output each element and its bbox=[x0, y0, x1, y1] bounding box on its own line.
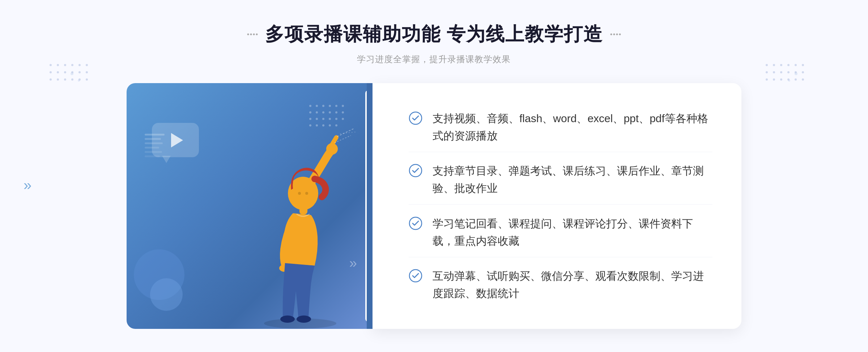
check-icon-4 bbox=[409, 269, 422, 283]
illus-chevron: » bbox=[349, 256, 353, 271]
svg-point-33 bbox=[787, 78, 790, 81]
svg-point-6 bbox=[50, 71, 52, 73]
play-triangle bbox=[171, 133, 183, 147]
svg-point-80 bbox=[409, 164, 422, 177]
feature-text-1: 支持视频、音频、flash、word、excel、ppt、pdf等各种格式的资源… bbox=[433, 110, 712, 145]
svg-point-47 bbox=[329, 105, 331, 107]
svg-point-71 bbox=[297, 315, 311, 323]
svg-point-41 bbox=[613, 34, 615, 35]
svg-point-32 bbox=[780, 78, 782, 81]
feature-text-3: 学习笔记回看、课程提问、课程评论打分、课件资料下载，重点内容收藏 bbox=[433, 215, 712, 250]
svg-point-46 bbox=[322, 105, 324, 107]
svg-point-30 bbox=[766, 78, 768, 81]
svg-point-0 bbox=[50, 64, 52, 66]
svg-point-48 bbox=[335, 105, 337, 107]
top-dots-left bbox=[47, 61, 105, 85]
svg-point-8 bbox=[64, 71, 66, 73]
svg-point-70 bbox=[280, 315, 295, 323]
svg-point-38 bbox=[253, 34, 255, 35]
svg-point-50 bbox=[309, 111, 311, 113]
svg-point-10 bbox=[78, 71, 81, 73]
svg-point-37 bbox=[250, 34, 252, 35]
svg-point-54 bbox=[335, 111, 337, 113]
svg-point-60 bbox=[335, 118, 337, 120]
svg-point-13 bbox=[57, 78, 59, 81]
illus-circle-small bbox=[150, 278, 183, 311]
page-wrapper: // Will be rendered via inline approach … bbox=[0, 0, 868, 352]
title-deco-left bbox=[247, 32, 258, 37]
svg-point-82 bbox=[409, 270, 422, 282]
svg-point-44 bbox=[309, 105, 311, 107]
svg-point-39 bbox=[256, 34, 258, 35]
svg-point-20 bbox=[780, 64, 782, 66]
check-icon-1 bbox=[409, 111, 422, 125]
svg-point-51 bbox=[316, 111, 318, 113]
svg-point-22 bbox=[795, 64, 797, 66]
svg-point-55 bbox=[342, 111, 344, 113]
play-bubble bbox=[152, 123, 199, 157]
svg-point-40 bbox=[610, 34, 612, 35]
svg-point-26 bbox=[780, 71, 782, 73]
svg-point-45 bbox=[316, 105, 318, 107]
svg-point-7 bbox=[57, 71, 59, 73]
feature-item-2: 支持章节目录、弹题考试、课后练习、课后作业、章节测验、批改作业 bbox=[409, 155, 712, 205]
svg-point-12 bbox=[50, 78, 52, 81]
svg-point-75 bbox=[305, 192, 308, 195]
svg-point-57 bbox=[316, 118, 318, 120]
feature-item-3: 学习笔记回看、课程提问、课程评论打分、课件资料下载，重点内容收藏 bbox=[409, 208, 712, 257]
svg-point-29 bbox=[802, 71, 804, 73]
svg-point-52 bbox=[322, 111, 324, 113]
svg-point-28 bbox=[795, 71, 797, 73]
svg-point-5 bbox=[86, 64, 88, 66]
feature-text-2: 支持章节目录、弹题考试、课后练习、课后作业、章节测验、批改作业 bbox=[433, 162, 712, 197]
svg-point-16 bbox=[78, 78, 81, 81]
svg-point-1 bbox=[57, 64, 59, 66]
svg-point-74 bbox=[298, 192, 301, 195]
features-panel: 支持视频、音频、flash、word、excel、ppt、pdf等各种格式的资源… bbox=[373, 83, 741, 329]
svg-point-11 bbox=[86, 71, 88, 73]
title-row: 多项录播课辅助功能 专为线上教学打造 bbox=[247, 22, 621, 47]
svg-point-9 bbox=[71, 71, 73, 73]
illustration-panel: » bbox=[127, 83, 373, 329]
feature-text-4: 互动弹幕、试听购买、微信分享、观看次数限制、学习进度跟踪、数据统计 bbox=[433, 267, 712, 302]
svg-point-36 bbox=[247, 34, 249, 35]
svg-point-17 bbox=[86, 78, 88, 81]
svg-line-78 bbox=[340, 132, 356, 134]
svg-point-43 bbox=[619, 34, 621, 35]
person-illustration bbox=[242, 126, 358, 329]
svg-point-15 bbox=[71, 78, 73, 81]
svg-point-2 bbox=[64, 64, 66, 66]
check-icon-3 bbox=[409, 216, 422, 230]
svg-point-59 bbox=[329, 118, 331, 120]
svg-point-35 bbox=[802, 78, 804, 81]
blue-accent-bar bbox=[367, 83, 373, 329]
check-icon-2 bbox=[409, 164, 422, 177]
svg-point-21 bbox=[787, 64, 790, 66]
svg-point-4 bbox=[78, 64, 81, 66]
subtitle: 学习进度全掌握，提升录播课教学效果 bbox=[247, 53, 621, 65]
svg-point-23 bbox=[802, 64, 804, 66]
svg-point-61 bbox=[342, 118, 344, 120]
svg-point-49 bbox=[342, 105, 344, 107]
content-area: » 支持视频、音频、flash、word、excel、ppt、pdf等各种格式的… bbox=[127, 83, 741, 329]
page-header: 多项录播课辅助功能 专为线上教学打造 学习进度全掌握，提升录播课教学效果 bbox=[247, 22, 621, 65]
svg-point-79 bbox=[409, 112, 422, 124]
svg-point-14 bbox=[64, 78, 66, 81]
feature-item-1: 支持视频、音频、flash、word、excel、ppt、pdf等各种格式的资源… bbox=[409, 103, 712, 152]
svg-point-81 bbox=[409, 217, 422, 229]
svg-point-53 bbox=[329, 111, 331, 113]
svg-point-27 bbox=[787, 71, 790, 73]
bubble-tail bbox=[162, 156, 171, 163]
top-dots-right bbox=[763, 61, 821, 85]
svg-point-42 bbox=[616, 34, 618, 35]
svg-point-58 bbox=[322, 118, 324, 120]
svg-point-24 bbox=[766, 71, 768, 73]
feature-item-4: 互动弹幕、试听购买、微信分享、观看次数限制、学习进度跟踪、数据统计 bbox=[409, 260, 712, 309]
svg-point-34 bbox=[795, 78, 797, 81]
svg-point-19 bbox=[773, 64, 775, 66]
main-title: 多项录播课辅助功能 专为线上教学打造 bbox=[265, 22, 603, 47]
svg-point-25 bbox=[773, 71, 775, 73]
svg-point-3 bbox=[71, 64, 73, 66]
svg-point-56 bbox=[309, 118, 311, 120]
title-deco-right bbox=[610, 32, 621, 37]
